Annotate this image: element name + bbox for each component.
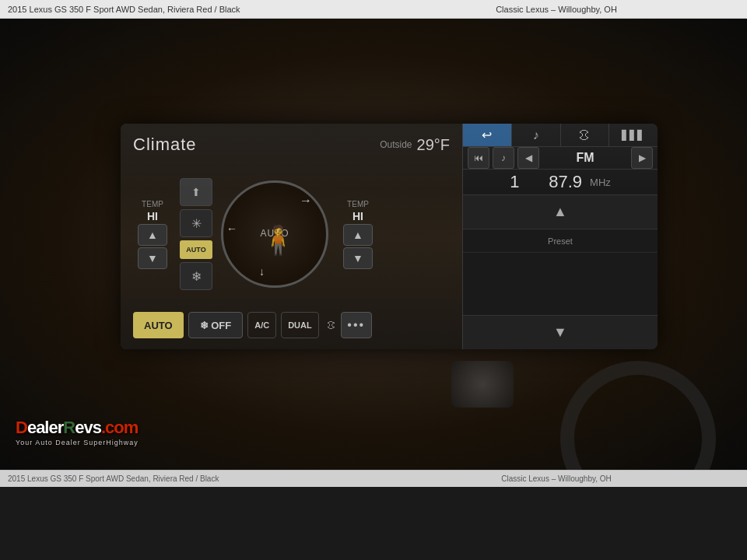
dealer-green-r: R (63, 418, 75, 437)
fan-upper-btn[interactable]: ⬆ (180, 178, 212, 206)
fan-lower-btn[interactable]: ❄ (180, 262, 212, 290)
dealer-red-d: D (16, 418, 27, 437)
ac-label: A/C (254, 320, 269, 330)
up-arrow-right-icon: ▲ (352, 229, 363, 241)
frequency-unit: MHz (590, 177, 611, 188)
dual-label: DUAL (288, 320, 312, 330)
audio-controls-row: ⏮ ♪ ◀ FM ▶ (463, 147, 658, 170)
ac-button[interactable]: A/C (247, 312, 276, 338)
watermark-logo: DealerRevs.com (16, 418, 138, 438)
dual-button[interactable]: DUAL (281, 312, 319, 338)
preset-down-icon: ▼ (553, 324, 567, 341)
preset-text: Preset (548, 236, 573, 246)
gear-knob-decoration (451, 361, 514, 408)
arrow-top-right-icon: → (300, 194, 312, 208)
fan-off-label: ❄ OFF (200, 320, 232, 331)
top-bar-title-left: 2015 Lexus GS 350 F Sport AWD Sedan, Riv… (8, 5, 374, 14)
preset-section: ▲ Preset ▼ (463, 195, 658, 349)
dashboard-screen: Climate Outside 29°F TEMP HI ▲ ▼ (121, 124, 658, 349)
next-track-button[interactable]: ▶ (631, 147, 653, 169)
preset-up-button[interactable]: ▲ (463, 195, 658, 229)
climate-controls-row: TEMP HI ▲ ▼ ⬆ ✳ (133, 163, 450, 306)
music-button[interactable]: ♪ (512, 124, 561, 146)
more-options-button[interactable]: ••• (341, 312, 372, 338)
audio-top-row: ↩ ♪ ⛻ ▋▋▋ (463, 124, 658, 147)
fan-lower-icon: ❄ (191, 269, 202, 284)
climate-panel: Climate Outside 29°F TEMP HI ▲ ▼ (121, 124, 463, 349)
preset-down-button[interactable]: ▼ (463, 315, 658, 349)
temp-right-up-button[interactable]: ▲ (343, 224, 373, 246)
back-icon: ↩ (482, 128, 492, 142)
note-icon: ♪ (501, 152, 506, 163)
preset-label: Preset (463, 229, 658, 253)
top-bar-title-center: Classic Lexus – Willoughby, OH (374, 5, 739, 14)
temp-right-control: TEMP HI ▲ ▼ (338, 200, 377, 269)
photo-area: Climate Outside 29°F TEMP HI ▲ ▼ (0, 19, 747, 470)
bottom-bar-title-left: 2015 Lexus GS 350 F Sport AWD Sedan, Riv… (8, 474, 374, 483)
temp-left-up-button[interactable]: ▲ (138, 224, 167, 246)
dealer-text: DealerRevs.com (16, 418, 138, 438)
airflow-circle: → ← ↓ AUTO 🧍 (220, 180, 329, 289)
prev-icon: ⏮ (474, 152, 483, 163)
down-arrow-icon: ▼ (147, 252, 158, 264)
music-icon: ♪ (533, 128, 539, 142)
temp-left-down-button[interactable]: ▼ (138, 247, 167, 269)
fan-auto-label: AUTO (186, 246, 205, 254)
watermark: DealerRevs.com Your Auto Dealer SuperHig… (16, 418, 139, 446)
watermark-tagline: Your Auto Dealer SuperHighway (16, 439, 139, 446)
temp-left-control: TEMP HI ▲ ▼ (133, 200, 172, 269)
audio-panel: ↩ ♪ ⛻ ▋▋▋ ⏮ ♪ (463, 124, 658, 349)
prev-button[interactable]: ⏮ (468, 147, 489, 169)
person-seated-icon: 🧍 (261, 224, 296, 257)
climate-bottom-row: AUTO ❄ OFF A/C DUAL ⛻ ••• (133, 312, 450, 338)
temp-right-down-button[interactable]: ▼ (343, 247, 373, 269)
temp-left-label: TEMP (142, 200, 163, 208)
fan-auto-button[interactable]: AUTO (180, 240, 212, 259)
note-button[interactable]: ♪ (493, 147, 514, 169)
dots-icon: ••• (347, 318, 365, 332)
temp-right-value: HI (352, 210, 363, 222)
back-button[interactable]: ↩ (463, 124, 512, 146)
person-button[interactable]: ⛻ (561, 124, 610, 146)
fan-controls: ⬆ ✳ AUTO ❄ (178, 178, 214, 290)
frequency-display: 1 87.9 MHz (463, 170, 658, 195)
outside-temp-value: 29°F (417, 136, 450, 154)
top-bar: 2015 Lexus GS 350 F Sport AWD Sedan, Riv… (0, 0, 747, 19)
outside-temp-display: Outside 29°F (380, 136, 450, 154)
fm-label: FM (542, 151, 628, 165)
frequency-value: 87.9 (549, 172, 582, 192)
auto-button[interactable]: AUTO (133, 312, 184, 338)
down-arrow-right-icon: ▼ (352, 252, 363, 264)
up-arrow-icon: ▲ (147, 229, 158, 241)
fan-icon: ✳ (191, 216, 202, 231)
bottom-bar: 2015 Lexus GS 350 F Sport AWD Sedan, Riv… (0, 470, 747, 487)
equalizer-button[interactable]: ▋▋▋ (609, 124, 658, 146)
temp-right-label: TEMP (347, 200, 369, 208)
prev-track-button[interactable]: ◀ (517, 147, 539, 169)
preset-up-icon: ▲ (553, 204, 567, 220)
bottom-bar-title-center: Classic Lexus – Willoughby, OH (374, 474, 739, 483)
preset-scroll: ▲ Preset ▼ (463, 195, 658, 349)
outside-label: Outside (380, 139, 412, 150)
climate-header: Climate Outside 29°F (133, 135, 450, 155)
prev-track-icon: ◀ (525, 152, 532, 163)
arrow-left-icon: ← (226, 222, 237, 235)
defrost-icon: ⬆ (191, 186, 201, 198)
fan-off-button[interactable]: ❄ OFF (188, 312, 244, 338)
auto-label: AUTO (144, 320, 173, 331)
station-number: 1 (510, 172, 541, 192)
temp-left-value: HI (147, 210, 158, 222)
person-icon-audio: ⛻ (578, 128, 591, 142)
next-track-icon: ▶ (639, 152, 646, 163)
fan-mid-btn[interactable]: ✳ (180, 209, 212, 237)
climate-title: Climate (133, 135, 197, 155)
equalizer-icon: ▋▋▋ (622, 130, 645, 141)
arrow-bottom-icon: ↓ (259, 265, 265, 278)
